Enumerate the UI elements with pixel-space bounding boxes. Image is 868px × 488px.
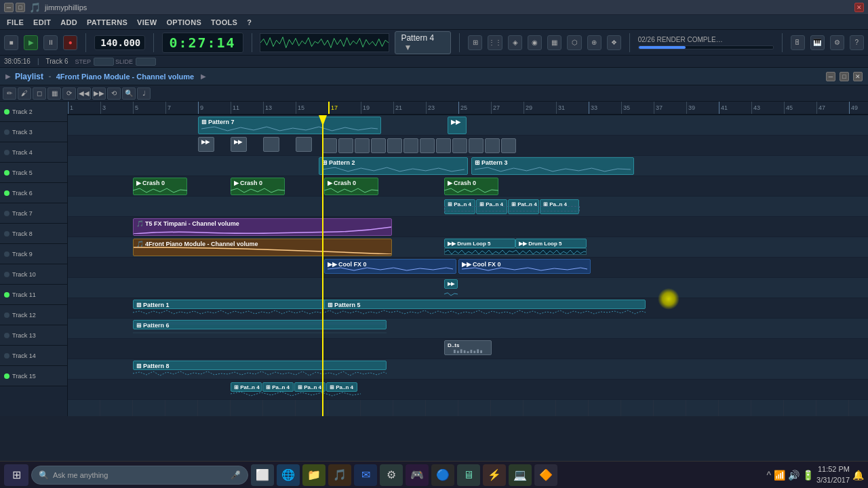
search-bar[interactable]: 🔍 Ask me anything 🎤 [31,466,248,485]
grid-row-14[interactable]: ⊞Pattern 8 [68,359,868,380]
pause-btn[interactable]: ⏸ [43,35,58,50]
tool-btn1[interactable]: ⊞ [468,35,482,50]
tool-btn8[interactable]: ❖ [607,35,621,50]
fwd-tool[interactable]: ▶▶ [92,87,106,100]
grid-row-15[interactable]: ⊞ Pat..n 4 ⊞ Pa..n 4 ⊞ Pa..n 4 ⊞ Pa..n 4 [68,380,868,400]
task-view-btn[interactable]: ⬜ [251,464,274,486]
tool-btn4[interactable]: ◉ [528,35,542,50]
pattern-3-block[interactable]: ⊞Pattern 3 [471,157,634,175]
pattern-3k[interactable] [420,138,435,153]
pattern-3g[interactable] [355,138,370,153]
pattern-2-block[interactable]: ⊞Pattern 2 [319,157,468,175]
tool-btn5[interactable]: ▦ [547,35,561,50]
track-header-12[interactable]: Track 12 [0,305,67,325]
tool-btn7[interactable]: ⊕ [587,35,601,50]
taskbar-time[interactable]: 11:52 PM 3/31/2017 [816,464,850,485]
grid-row-10[interactable]: ▶▶ [68,278,868,298]
explorer-btn[interactable]: 📁 [302,464,326,486]
pattern-3i[interactable] [387,138,402,153]
notification-icon[interactable]: 🔔 [852,470,864,481]
track-header-4[interactable]: Track 4 [0,142,67,163]
pattern-display[interactable]: Pattern 4 ▼ [395,31,451,54]
volume-icon[interactable]: 🔊 [788,470,800,481]
grid-row-11[interactable]: ⊞Pattern 1 ⊞Pattern 5 [68,298,868,319]
close-btn[interactable]: ✕ [854,3,864,12]
grid-row-9[interactable]: ▶▶Cool FX 0 ▶▶Cool FX 0 [68,258,868,278]
slide-control[interactable] [136,58,156,66]
grid-row-8[interactable]: 🎵4Front Piano Module - Channel volume ▶▶… [68,237,868,258]
bpm-display[interactable]: 140.000 [94,35,144,50]
track-header-10[interactable]: Track 10 [0,264,67,285]
timpani-automation[interactable]: 🎵T5 FX Timpani - Channel volume [133,218,392,236]
menu-patterns[interactable]: PATTERNS [83,17,132,28]
grid-row-7[interactable]: 🎵T5 FX Timpani - Channel volume [68,217,868,237]
monitor-btn[interactable]: 🖥 [457,464,480,486]
window-controls[interactable]: ─ □ [4,3,25,12]
track-header-15[interactable]: Track 15 [0,366,67,386]
app-btn10[interactable]: ⚡ [483,464,506,486]
minimize-btn[interactable]: ─ [4,3,14,12]
d-ts-block[interactable]: D..ts [444,340,492,355]
grid-row-12[interactable]: ⊞Pattern 6 [68,319,868,339]
drum-loop-5a[interactable]: ▶▶ Drum Loop 5 [444,239,515,248]
pattern-3h[interactable] [371,138,386,153]
track-header-7[interactable]: Track 7 [0,203,67,224]
network-icon[interactable]: 📶 [774,470,785,481]
track-header-9[interactable]: Track 9 [0,244,67,264]
pattern-8[interactable]: ⊞Pattern 8 [133,361,387,370]
track-header-5[interactable]: Track 5 [0,163,67,183]
piano-btn[interactable]: 🎹 [810,35,825,50]
loop-tool[interactable]: ⟲ [107,87,121,100]
track-header-2[interactable]: Track 2 [0,102,67,122]
pattern-block-7b[interactable]: ▶▶ [448,117,467,134]
pattern-3f[interactable] [338,138,353,153]
playlist-max-btn[interactable]: □ [840,72,849,81]
pattern-3l[interactable] [436,138,451,153]
pattern-3d[interactable] [296,137,312,152]
game-btn[interactable]: 🎮 [406,464,429,486]
menu-options[interactable]: OPTIONS [162,17,205,28]
track10-a[interactable]: ▶▶ [444,279,458,289]
tool-btn3[interactable]: ◈ [508,35,522,50]
tracks-grid[interactable]: ⊞Pattern 7 ▶▶ ▶▶ ▶▶ [68,115,868,416]
zoom-tool[interactable]: ⟳ [62,87,76,100]
pattern-3o[interactable] [485,138,500,153]
mixer-btn[interactable]: 🎚 [791,35,805,50]
track-header-11[interactable]: Track 11 [0,285,67,305]
settings-btn2[interactable]: ⚙ [380,464,403,486]
paint-tool[interactable]: 🖌 [18,87,31,100]
pattern-block-7[interactable]: ⊞Pattern 7 [198,117,381,134]
record-btn[interactable]: ● [63,35,77,50]
metronome-tool[interactable]: ♩ [137,87,151,100]
menu-view[interactable]: VIEW [133,17,161,28]
pattern-3p[interactable] [501,138,516,153]
piano-automation[interactable]: 🎵4Front Piano Module - Channel volume [133,239,392,256]
track-header-14[interactable]: Track 14 [0,346,67,366]
step-control[interactable] [94,58,114,66]
grid-row-4[interactable]: ⊞Pattern 2 ⊞Pattern 3 [68,156,868,176]
pattern-3j[interactable] [403,138,418,153]
menu-add[interactable]: ADD [56,17,81,28]
menu-file[interactable]: FILE [3,17,28,28]
erase-tool[interactable]: ◻ [33,87,46,100]
playlist-close-btn[interactable]: ✕ [853,72,863,81]
grid-row-6[interactable]: ⊞ Pa..n 4 ⊞ Pa..n 4 ⊞ Pat..n 4 ⊞ Pa..n 4 [68,197,868,217]
pattern-3m[interactable] [452,138,467,153]
drum-loop-5b[interactable]: ▶▶ Drum Loop 5 [515,239,587,248]
pattern-3b[interactable]: ▶▶ [231,137,247,152]
menu-edit[interactable]: EDIT [29,17,55,28]
playlist-min-btn[interactable]: ─ [826,72,835,81]
settings-btn[interactable]: ⚙ [830,35,844,50]
mail-btn[interactable]: ✉ [354,464,377,486]
pattern-3e[interactable] [322,138,337,153]
back-tool[interactable]: ◀◀ [77,87,91,100]
pattern-5[interactable]: ⊞Pattern 5 [324,300,646,309]
track-header-6[interactable]: Track 6 [0,183,67,203]
pattern-3n[interactable] [469,138,484,153]
help-btn[interactable]: ? [850,35,864,50]
app-btn12[interactable]: 🔶 [534,464,557,486]
select-tool[interactable]: ▦ [47,87,61,100]
grid-area[interactable]: 1 3 5 7 9 11 13 15 17 19 21 23 25 27 29 … [68,102,868,416]
track-header-13[interactable]: Track 13 [0,325,67,346]
grid-row-5[interactable]: ▶Crash 0 ▶Crash 0 ▶Crash 0 ▶Crash 0 [68,176,868,197]
